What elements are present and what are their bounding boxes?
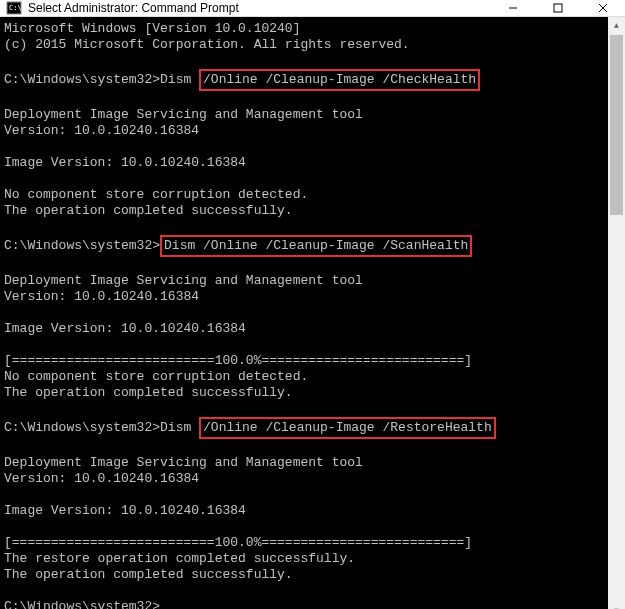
scroll-down-button[interactable]: ▼	[608, 602, 625, 609]
terminal-line	[4, 257, 604, 273]
terminal-line: The operation completed successfully.	[4, 385, 604, 401]
terminal-line: Version: 10.0.10240.16384	[4, 123, 604, 139]
terminal-line: The operation completed successfully.	[4, 567, 604, 583]
terminal-line: Microsoft Windows [Version 10.0.10240]	[4, 21, 604, 37]
terminal-line: [==========================100.0%=======…	[4, 535, 604, 551]
terminal-line: C:\Windows\system32>Dism /Online /Cleanu…	[4, 235, 604, 257]
terminal-line: C:\Windows\system32>Dism /Online /Cleanu…	[4, 69, 604, 91]
terminal-line	[4, 337, 604, 353]
maximize-button[interactable]	[535, 0, 580, 16]
terminal-line	[4, 305, 604, 321]
terminal-line: Image Version: 10.0.10240.16384	[4, 155, 604, 171]
terminal-line: [==========================100.0%=======…	[4, 353, 604, 369]
titlebar[interactable]: C:\ Select Administrator: Command Prompt	[0, 0, 625, 17]
terminal-line	[4, 91, 604, 107]
terminal-line: The restore operation completed successf…	[4, 551, 604, 567]
client-area: Microsoft Windows [Version 10.0.10240](c…	[0, 17, 625, 609]
terminal-line: Deployment Image Servicing and Managemen…	[4, 455, 604, 471]
minimize-button[interactable]	[490, 0, 535, 16]
terminal-output[interactable]: Microsoft Windows [Version 10.0.10240](c…	[0, 17, 608, 609]
vertical-scrollbar[interactable]: ▲ ▼	[608, 17, 625, 609]
scroll-thumb[interactable]	[610, 35, 623, 215]
terminal-line	[4, 583, 604, 599]
prompt-text: C:\Windows\system32>Dism	[4, 72, 199, 87]
prompt-text: C:\Windows\system32>	[4, 238, 160, 253]
terminal-line	[4, 487, 604, 503]
terminal-line: Version: 10.0.10240.16384	[4, 289, 604, 305]
svg-rect-3	[554, 4, 562, 12]
prompt-text: C:\Windows\system32>	[4, 599, 160, 609]
command-prompt-window: C:\ Select Administrator: Command Prompt…	[0, 0, 625, 609]
window-controls	[490, 0, 625, 16]
terminal-line: Deployment Image Servicing and Managemen…	[4, 107, 604, 123]
terminal-line	[4, 139, 604, 155]
terminal-line	[4, 439, 604, 455]
terminal-line	[4, 401, 604, 417]
terminal-line	[4, 171, 604, 187]
window-title: Select Administrator: Command Prompt	[28, 1, 490, 15]
terminal-line	[4, 219, 604, 235]
terminal-line: No component store corruption detected.	[4, 187, 604, 203]
terminal-line	[4, 53, 604, 69]
highlighted-command-scanhealth: Dism /Online /Cleanup-Image /ScanHealth	[160, 235, 472, 257]
terminal-line: Image Version: 10.0.10240.16384	[4, 503, 604, 519]
highlighted-command-restorehealth: /Online /Cleanup-Image /RestoreHealth	[199, 417, 496, 439]
prompt-text: C:\Windows\system32>Dism	[4, 420, 199, 435]
terminal-line: C:\Windows\system32>	[4, 599, 604, 609]
terminal-line: (c) 2015 Microsoft Corporation. All righ…	[4, 37, 604, 53]
terminal-line: The operation completed successfully.	[4, 203, 604, 219]
terminal-line	[4, 519, 604, 535]
terminal-line: C:\Windows\system32>Dism /Online /Cleanu…	[4, 417, 604, 439]
terminal-line: Deployment Image Servicing and Managemen…	[4, 273, 604, 289]
svg-text:C:\: C:\	[9, 4, 22, 12]
terminal-line: No component store corruption detected.	[4, 369, 604, 385]
terminal-line: Version: 10.0.10240.16384	[4, 471, 604, 487]
scroll-up-button[interactable]: ▲	[608, 17, 625, 34]
terminal-line: Image Version: 10.0.10240.16384	[4, 321, 604, 337]
highlighted-command-checkhealth: /Online /Cleanup-Image /CheckHealth	[199, 69, 480, 91]
cmd-icon: C:\	[6, 0, 22, 16]
close-button[interactable]	[580, 0, 625, 16]
